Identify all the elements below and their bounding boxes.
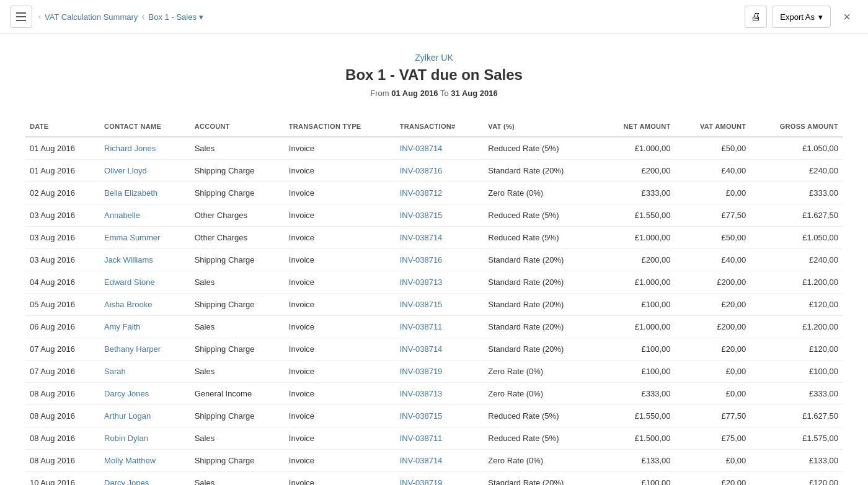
cell-type: Invoice [284,160,395,182]
cell-account: Sales [190,316,284,338]
close-icon: × [843,10,851,24]
cell-type: Invoice [284,427,395,450]
cell-contact[interactable]: Emma Summer [99,227,190,249]
cell-net: £100,00 [599,360,676,383]
cell-txn[interactable]: INV-038714 [395,338,484,360]
cell-vat: Standard Rate (20%) [483,338,598,360]
cell-gross: £333,00 [751,182,843,204]
cell-type: Invoice [284,316,395,338]
cell-account: Shipping Charge [190,294,284,316]
cell-type: Invoice [284,383,395,405]
cell-gross: £133,00 [751,450,843,472]
table-row: 05 Aug 2016Aisha BrookeShipping ChargeIn… [25,294,843,316]
table-row: 06 Aug 2016Amy FaithSalesInvoiceINV-0387… [25,316,843,338]
cell-contact[interactable]: Oliver Lloyd [99,160,190,182]
table-body: 01 Aug 2016Richard JonesSalesInvoiceINV-… [25,137,843,485]
cell-vat_amt: £40,00 [676,249,751,271]
cell-date: 01 Aug 2016 [25,137,99,160]
cell-gross: £1.200,00 [751,316,843,338]
cell-date: 04 Aug 2016 [25,271,99,294]
cell-contact[interactable]: Amy Faith [99,316,190,338]
main-content: Zylker UK Box 1 - VAT due on Sales From … [0,34,868,485]
breadcrumb-current[interactable]: Box 1 - Sales ▾ [149,12,203,22]
table-row: 03 Aug 2016AnnabelleOther ChargesInvoice… [25,204,843,227]
cell-contact[interactable]: Richard Jones [99,137,190,160]
cell-account: Sales [190,271,284,294]
cell-contact[interactable]: Arthur Logan [99,405,190,427]
cell-txn[interactable]: INV-038715 [395,204,484,227]
cell-type: Invoice [284,271,395,294]
col-header-vat: VAT (%) [483,116,598,137]
cell-txn[interactable]: INV-038716 [395,249,484,271]
cell-contact[interactable]: Darcy Jones [99,383,190,405]
cell-txn[interactable]: INV-038715 [395,294,484,316]
cell-contact[interactable]: Jack Williams [99,249,190,271]
cell-vat_amt: £0,00 [676,182,751,204]
table-row: 08 Aug 2016Arthur LoganShipping ChargeIn… [25,405,843,427]
breadcrumb-separator: ‹ [141,11,144,22]
cell-date: 03 Aug 2016 [25,249,99,271]
cell-txn[interactable]: INV-038713 [395,271,484,294]
cell-txn[interactable]: INV-038711 [395,427,484,450]
period-prefix: From [370,89,391,98]
cell-contact[interactable]: Aisha Brooke [99,294,190,316]
cell-account: General Income [190,383,284,405]
cell-gross: £1.050,00 [751,137,843,160]
cell-gross: £333,00 [751,383,843,405]
cell-vat_amt: £20,00 [676,338,751,360]
cell-vat_amt: £0,00 [676,360,751,383]
cell-contact[interactable]: Bella Elizabeth [99,182,190,204]
export-button[interactable]: Export As ▾ [772,6,831,28]
table-header: DATECONTACT NAMEACCOUNTTRANSACTION TYPET… [25,116,843,137]
cell-txn[interactable]: INV-038715 [395,405,484,427]
cell-contact[interactable]: Annabelle [99,204,190,227]
cell-contact[interactable]: Edward Stone [99,271,190,294]
cell-txn[interactable]: INV-038714 [395,137,484,160]
cell-txn[interactable]: INV-038719 [395,360,484,383]
cell-net: £200,00 [599,249,676,271]
cell-gross: £120,00 [751,338,843,360]
cell-txn[interactable]: INV-038714 [395,450,484,472]
table-row: 02 Aug 2016Bella ElizabethShipping Charg… [25,182,843,204]
table-row: 04 Aug 2016Edward StoneSalesInvoiceINV-0… [25,271,843,294]
cell-txn[interactable]: INV-038712 [395,182,484,204]
report-title: Box 1 - VAT due on Sales [25,66,843,84]
cell-txn[interactable]: INV-038716 [395,160,484,182]
cell-date: 01 Aug 2016 [25,160,99,182]
cell-gross: £1.050,00 [751,227,843,249]
col-header-vat_amt: VAT AMOUNT [676,116,751,137]
cell-type: Invoice [284,227,395,249]
cell-txn[interactable]: INV-038719 [395,472,484,486]
cell-txn[interactable]: INV-038713 [395,383,484,405]
cell-date: 05 Aug 2016 [25,294,99,316]
cell-net: £1.000,00 [599,316,676,338]
cell-gross: £1.575,00 [751,427,843,450]
cell-txn[interactable]: INV-038711 [395,316,484,338]
transactions-table: DATECONTACT NAMEACCOUNTTRANSACTION TYPET… [25,116,843,485]
cell-contact[interactable]: Bethany Harper [99,338,190,360]
cell-account: Shipping Charge [190,249,284,271]
cell-contact[interactable]: Darcy Jones [99,472,190,486]
cell-vat_amt: £200,00 [676,271,751,294]
col-header-date: DATE [25,116,99,137]
header-row: DATECONTACT NAMEACCOUNTTRANSACTION TYPET… [25,116,843,137]
cell-net: £1.000,00 [599,227,676,249]
cell-gross: £1.200,00 [751,271,843,294]
cell-contact[interactable]: Robin Dylan [99,427,190,450]
menu-button[interactable] [10,6,32,28]
table-row: 08 Aug 2016Molly MatthewShipping ChargeI… [25,450,843,472]
period-from: 01 Aug 2016 [391,89,438,98]
cell-type: Invoice [284,137,395,160]
cell-contact[interactable]: Molly Matthew [99,450,190,472]
cell-vat_amt: £0,00 [676,450,751,472]
cell-date: 06 Aug 2016 [25,316,99,338]
breadcrumb-parent-link[interactable]: VAT Calculation Summary [45,12,138,22]
cell-txn[interactable]: INV-038714 [395,227,484,249]
print-button[interactable]: 🖨 [745,6,767,28]
cell-contact[interactable]: Sarah [99,360,190,383]
cell-net: £100,00 [599,294,676,316]
col-header-type: TRANSACTION TYPE [284,116,395,137]
close-button[interactable]: × [836,6,858,28]
cell-date: 08 Aug 2016 [25,427,99,450]
cell-gross: £1.627,50 [751,405,843,427]
